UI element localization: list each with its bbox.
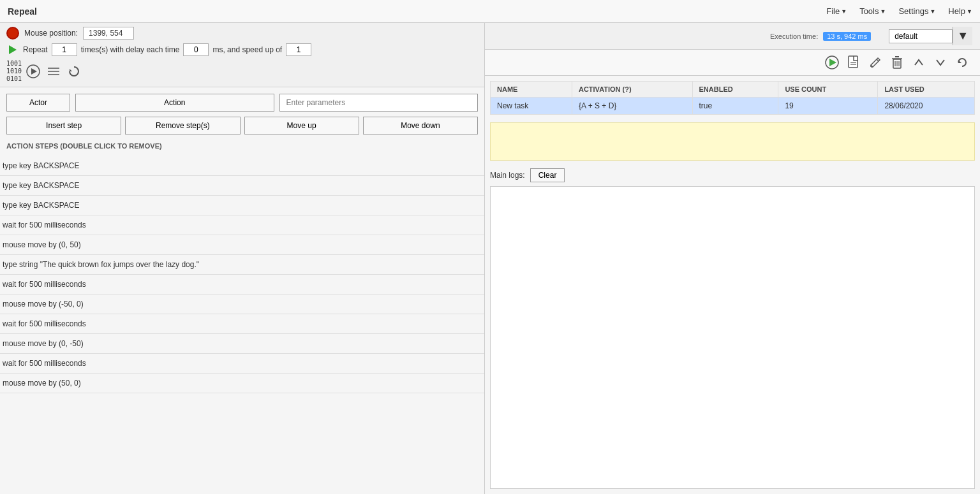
- step-item[interactable]: type key BACKSPACE: [0, 156, 484, 176]
- play-button-small[interactable]: [6, 43, 19, 56]
- col-enabled: ENABLED: [692, 82, 778, 98]
- app-title: Repeal: [8, 6, 37, 17]
- remove-steps-button[interactable]: Remove step(s): [125, 117, 240, 134]
- logs-header: Main logs: Clear: [490, 168, 975, 182]
- logs-label: Main logs:: [490, 171, 525, 180]
- speedup-input[interactable]: [286, 43, 311, 56]
- ms-label: ms, and speed up of: [212, 45, 282, 54]
- svg-marker-20: [958, 60, 961, 63]
- action-editor: Actor Action Insert step Remove step(s) …: [0, 87, 484, 156]
- profile-selector-group: default ▼: [889, 27, 972, 45]
- tasks-table-header: NAME ACTIVATION (?) ENABLED USE COUNT LA…: [491, 82, 975, 98]
- table-cell-4: 28/06/2020: [878, 98, 975, 115]
- clear-logs-button[interactable]: Clear: [530, 168, 565, 182]
- move-down-button[interactable]: Move down: [363, 117, 478, 134]
- list-icon: [47, 66, 61, 76]
- actor-button[interactable]: Actor: [6, 94, 70, 112]
- actor-action-row: Actor Action: [6, 94, 478, 112]
- step-item[interactable]: mouse move by (-50, 0): [0, 294, 484, 314]
- toolbar-refresh-icon: [956, 56, 969, 69]
- execution-time-value: 13 s, 942 ms: [823, 32, 871, 41]
- table-cell-2: true: [692, 98, 778, 115]
- toolbar-down-icon: [934, 56, 947, 69]
- table-cell-1: {A + S + D}: [572, 98, 692, 115]
- params-input[interactable]: [279, 94, 479, 112]
- tasks-table: NAME ACTIVATION (?) ENABLED USE COUNT LA…: [490, 81, 975, 115]
- step-item[interactable]: wait for 500 milliseconds: [0, 275, 484, 294]
- controls-row1: Mouse position: 1399, 554: [6, 27, 478, 40]
- menu-tools[interactable]: Tools ▼: [859, 6, 886, 16]
- step-item[interactable]: mouse move by (50, 0): [0, 374, 484, 393]
- file-arrow: ▼: [841, 8, 847, 15]
- toolbar-delete-button[interactable]: [887, 52, 907, 73]
- toolbar-edit-icon: [869, 56, 882, 69]
- menu-file[interactable]: File ▼: [826, 6, 847, 16]
- steps-section-label: ACTION STEPS (DOUBLE CLICK TO REMOVE): [6, 142, 478, 150]
- menu-settings[interactable]: Settings ▼: [898, 6, 935, 16]
- profile-selected-value: default: [895, 32, 917, 41]
- right-topbar: Execution time: 13 s, 942 ms default ▼: [485, 23, 980, 50]
- tools-arrow: ▼: [880, 8, 886, 15]
- menubar-right: File ▼ Tools ▼ Settings ▼ Help ▼: [826, 6, 972, 16]
- toolbar-play-button[interactable]: [822, 52, 842, 73]
- tasks-table-container: NAME ACTIVATION (?) ENABLED USE COUNT LA…: [485, 76, 980, 120]
- menu-help[interactable]: Help ▼: [948, 6, 972, 16]
- table-cell-0: New task: [491, 98, 572, 115]
- step-item[interactable]: mouse move by (0, -50): [0, 334, 484, 354]
- settings-arrow: ▼: [930, 8, 935, 15]
- toolbar-new-icon: [847, 55, 860, 69]
- step-item[interactable]: type key BACKSPACE: [0, 196, 484, 215]
- run-icon: [26, 64, 40, 78]
- col-use-count: USE COUNT: [778, 82, 878, 98]
- logs-area: Main logs: Clear: [485, 163, 980, 494]
- delay-input[interactable]: [183, 43, 209, 56]
- svg-marker-7: [829, 59, 836, 66]
- svg-marker-1: [31, 68, 37, 75]
- play-icon-small: [9, 45, 17, 54]
- profile-dropdown-arrow[interactable]: ▼: [953, 27, 972, 45]
- step-item[interactable]: type key BACKSPACE: [0, 176, 484, 196]
- main-container: Mouse position: 1399, 554 Repeat times(s…: [0, 23, 980, 494]
- refresh-icon-button[interactable]: [65, 62, 83, 80]
- step-item[interactable]: type string "The quick brown fox jumps o…: [0, 255, 484, 275]
- mouse-position-value: 1399, 554: [83, 27, 134, 40]
- toolbar-refresh-button[interactable]: [952, 52, 972, 73]
- move-up-button[interactable]: Move up: [244, 117, 359, 134]
- mouse-position-label: Mouse position:: [24, 29, 78, 38]
- step-item[interactable]: wait for 500 milliseconds: [0, 314, 484, 334]
- logs-content: [490, 186, 975, 489]
- svg-marker-5: [70, 69, 72, 71]
- step-buttons-row: Insert step Remove step(s) Move up Move …: [6, 117, 478, 134]
- profile-select[interactable]: default: [889, 29, 953, 43]
- step-item[interactable]: mouse move by (0, 50): [0, 235, 484, 255]
- controls-row2: Repeat times(s) with delay each time ms,…: [6, 43, 478, 56]
- tasks-tbody: New task{A + S + D}true1928/06/2020: [491, 98, 975, 115]
- toolbar-move-up-button[interactable]: [909, 52, 929, 73]
- menubar: Repeal File ▼ Tools ▼ Settings ▼ Help ▼: [0, 0, 980, 23]
- repeat-label: Repeat: [23, 45, 48, 54]
- toolbar-move-down-button[interactable]: [930, 52, 951, 73]
- col-activation: ACTIVATION (?): [572, 82, 692, 98]
- toolbar-delete-icon: [891, 55, 903, 69]
- controls-bar: Mouse position: 1399, 554 Repeat times(s…: [0, 23, 484, 87]
- controls-row3: 100110100101: [6, 60, 478, 83]
- refresh-icon: [68, 65, 80, 78]
- toolbar-edit-button[interactable]: [865, 52, 886, 73]
- execution-time-label: Execution time:: [770, 33, 818, 40]
- toolbar-new-button[interactable]: [843, 52, 864, 73]
- step-item[interactable]: wait for 500 milliseconds: [0, 215, 484, 235]
- action-button[interactable]: Action: [75, 94, 274, 112]
- repeat-count-input[interactable]: [52, 43, 77, 56]
- binary-icon: 100110100101: [6, 60, 22, 83]
- mouse-indicator: [6, 27, 19, 40]
- run-icon-button[interactable]: [24, 62, 42, 80]
- table-row[interactable]: New task{A + S + D}true1928/06/2020: [491, 98, 975, 115]
- right-panel: Execution time: 13 s, 942 ms default ▼: [485, 23, 980, 494]
- col-name: NAME: [491, 82, 572, 98]
- step-item[interactable]: wait for 500 milliseconds: [0, 354, 484, 374]
- list-icon-button[interactable]: [45, 62, 63, 80]
- insert-step-button[interactable]: Insert step: [6, 117, 121, 134]
- svg-line-11: [877, 59, 879, 61]
- toolbar-icons: [485, 50, 980, 76]
- col-last-used: LAST USED: [878, 82, 975, 98]
